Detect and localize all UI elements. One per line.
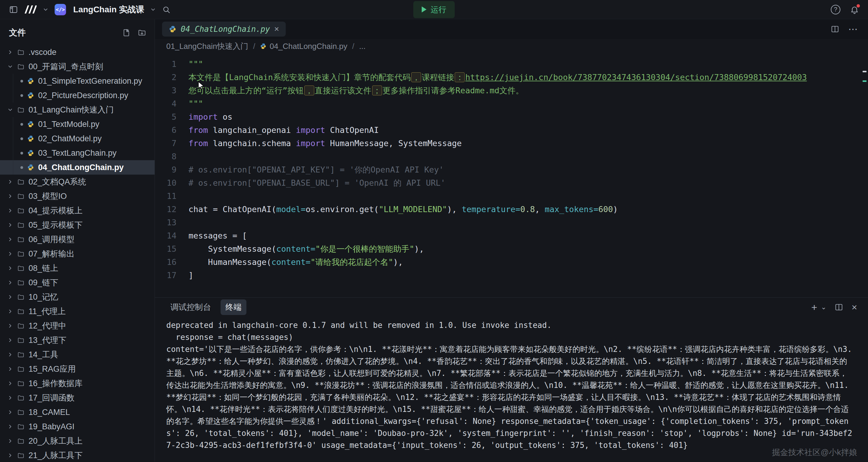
code-line[interactable]: 16 HumanMessage(content="请给我的花店起个名"), [155,256,868,269]
tree-item-label: 02_PictureDescription.py [38,91,128,100]
folder-icon [17,221,25,229]
logo-chevron-down-icon[interactable] [42,7,49,12]
tree-file-item[interactable]: 02_ChatModel.py [0,131,155,146]
code-editor[interactable]: 1"""2本文件是【LangChain系统安装和快速入门】章节的配套代码，课程链… [155,54,868,297]
more-actions-icon[interactable]: ⋯ [848,23,858,35]
project-icon: </> [55,4,66,15]
tree-folder-item[interactable]: 16_操作数据库 [0,376,155,391]
tree-folder-item[interactable]: 07_解析输出 [0,246,155,261]
tree-folder-item[interactable]: 02_文档QA系统 [0,175,155,189]
tree-item-label: 13_代理下 [29,335,66,345]
code-line[interactable]: 14messages = [ [155,229,868,242]
breadcrumb-folder[interactable]: 01_LangChain快速入门 [166,41,248,52]
editor-tab-active[interactable]: 04_ChatLongChain.py × [162,22,286,37]
project-chevron-down-icon[interactable] [150,7,156,12]
chevron-icon [7,107,13,113]
help-icon[interactable]: ? [831,5,840,14]
code-line[interactable]: 17] [155,269,868,282]
code-line[interactable]: 15 SystemMessage(content="你是一个很棒的智能助手"), [155,242,868,256]
panel-close-icon[interactable]: × [851,302,857,312]
chevron-icon [7,265,13,271]
project-name[interactable]: LangChain 实战课 [73,4,144,15]
tree-file-item[interactable]: 01_TextModel.py [0,117,155,131]
code-line[interactable]: 4""" [155,97,868,110]
code-line[interactable]: 1""" [155,58,868,71]
tree-folder-item[interactable]: 13_代理下 [0,333,155,348]
tree-folder-item[interactable]: .vscode [0,45,155,59]
notifications-bell-icon[interactable] [850,5,859,14]
new-folder-icon[interactable] [138,29,146,37]
tree-folder-item[interactable]: 18_CAMEL [0,405,155,419]
terminal-output[interactable]: deprecated in langchain-core 0.1.7 and w… [155,317,868,462]
new-file-icon[interactable] [122,29,130,37]
new-terminal-icon[interactable]: + [811,302,817,312]
tree-folder-item[interactable]: 21_人脉工具下 [0,448,155,462]
code-line[interactable]: 13 [155,216,868,229]
split-editor-icon[interactable] [831,25,839,33]
tree-folder-item[interactable]: 00_开篇词_奇点时刻 [0,59,155,74]
tree-folder-item[interactable]: 12_代理中 [0,319,155,333]
tree-folder-item[interactable]: 17_回调函数 [0,391,155,405]
tree-item-label: 01_SimpleTextGeneration.py [38,76,142,86]
tree-folder-item[interactable]: 15_RAG应用 [0,362,155,376]
split-terminal-icon[interactable] [835,303,843,311]
tree-file-item[interactable]: 02_PictureDescription.py [0,88,155,103]
tree-folder-item[interactable]: 08_链上 [0,261,155,275]
chevron-icon [7,236,13,242]
terminal-dropdown-chevron-icon[interactable]: ⌄ [821,303,826,311]
code-line[interactable]: 8 [155,150,868,163]
tree-item-label: 05_提示模板下 [29,220,83,230]
overview-ruler-mark [863,71,867,72]
tree-folder-item[interactable]: 01_LangChain快速入门 [0,103,155,117]
tree-item-label: 06_调用模型 [29,234,74,245]
tree-item-label: 10_记忆 [29,292,58,302]
topbar: </> LangChain 实战课 运行 ? [0,0,868,19]
code-line[interactable]: 12chat = ChatOpenAI(model=os.environ.get… [155,203,868,216]
tree-folder-item[interactable]: 09_链下 [0,275,155,290]
code-line[interactable]: 9# os.environ["OPENAI_API_KEY"] = '你的Ope… [155,163,868,176]
tree-item-label: 00_开篇词_奇点时刻 [29,61,103,72]
tree-folder-item[interactable]: 11_代理上 [0,304,155,319]
tree-folder-item[interactable]: 20_人脉工具上 [0,434,155,448]
code-line[interactable]: 3您可以点击最上方的“运行”按钮，直接运行该文件；更多操作指引请参考Readme… [155,84,868,97]
code-line[interactable]: 6from langchain_openai import ChatOpenAI [155,124,868,137]
code-line[interactable]: 11 [155,190,868,203]
sidebar-toggle-icon[interactable] [9,5,18,14]
tree-folder-item[interactable]: 06_调用模型 [0,232,155,246]
tab-close-icon[interactable]: × [274,25,279,33]
tree-folder-item[interactable]: 14_工具 [0,348,155,362]
code-line[interactable]: 7from langchain.schema import HumanMessa… [155,137,868,150]
folder-icon [17,293,25,301]
breadcrumb-more[interactable]: ... [359,42,366,51]
editor-tabbar: 04_ChatLongChain.py × ⋯ [155,19,868,39]
tree-folder-item[interactable]: 03_模型IO [0,189,155,203]
tree-folder-item[interactable]: 19_BabyAGI [0,419,155,434]
panel-tab-terminal[interactable]: 终端 [221,299,246,315]
tree-item-label: 04_提示模板上 [29,205,83,216]
line-number: 2 [155,71,177,84]
tree-item-label: 03_TextLangChain.py [38,148,117,158]
tree-folder-item[interactable]: 10_记忆 [0,290,155,304]
chevron-icon [7,352,13,358]
tree-file-item[interactable]: 04_ChatLongChain.py [0,160,155,175]
search-icon[interactable] [162,5,170,14]
explorer-title: 文件 [9,27,26,38]
code-line[interactable]: 2本文件是【LangChain系统安装和快速入门】章节的配套代码，课程链接：ht… [155,71,868,84]
chevron-icon [7,49,13,55]
tree-file-item[interactable]: 01_SimpleTextGeneration.py [0,74,155,88]
topbar-left-group: </> LangChain 实战课 [9,4,170,15]
tree-folder-item[interactable]: 04_提示模板上 [0,203,155,218]
tree-file-item[interactable]: 03_TextLangChain.py [0,146,155,160]
code-line[interactable]: 10# os.environ["OPENAI_BASE_URL"] = 'Ope… [155,176,868,190]
tree-folder-item[interactable]: 05_提示模板下 [0,218,155,232]
breadcrumb-file[interactable]: 04_ChatLongChain.py [260,42,347,51]
app-logo-icon[interactable] [24,5,37,13]
code-line[interactable]: 5import os [155,110,868,124]
tree-item-label: 01_TextModel.py [38,120,99,129]
run-button[interactable]: 运行 [413,1,455,18]
tree-item-label: 04_ChatLongChain.py [38,163,124,172]
panel-tab-debug-console[interactable]: 调试控制台 [166,299,216,315]
chevron-icon [7,64,13,70]
folder-icon [17,48,25,56]
app-body: 文件 .vscode00_开篇词_奇点时刻01_SimpleTextGenera… [0,19,868,462]
